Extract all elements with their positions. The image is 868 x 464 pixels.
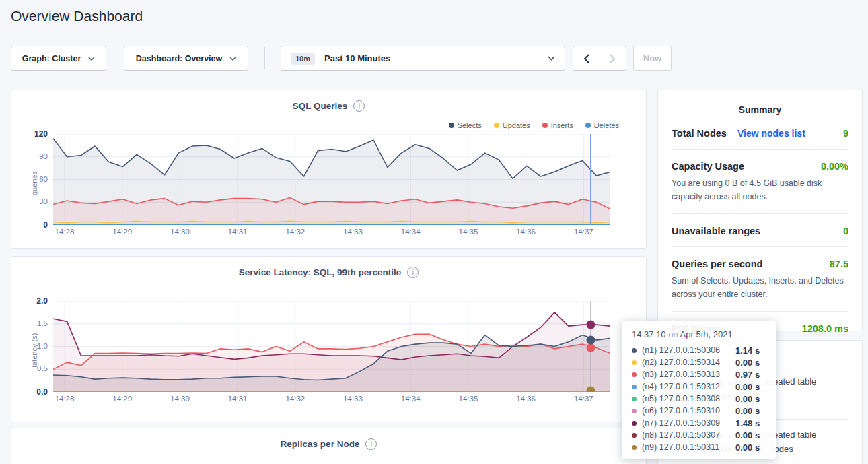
y-axis: 0306090120: [11, 134, 48, 225]
node-address: (n7) 127.0.0.1:50309: [642, 418, 730, 428]
chevron-right-icon: [610, 54, 616, 63]
legend-label: Inserts: [551, 121, 573, 129]
node-address: (n2) 127.0.0.1:50314: [642, 358, 730, 367]
time-prev-button[interactable]: [573, 46, 600, 70]
y-tick-label: 0.5: [11, 364, 48, 372]
y-tick-label: 60: [11, 175, 48, 183]
y-tick-label: 90: [11, 152, 48, 160]
info-icon[interactable]: i: [407, 267, 419, 278]
summary-panel: Summary Total Nodes View nodes list 9 Ca…: [657, 90, 863, 331]
summary-title: Summary: [658, 104, 862, 115]
chevron-down-icon: [229, 57, 236, 61]
x-tick-label: 14:30: [163, 395, 196, 403]
capacity-usage-label: Capacity Usage: [672, 161, 744, 172]
node-address: (n8) 127.0.0.1:50307: [642, 430, 730, 440]
y-tick-label: 120: [11, 129, 48, 139]
x-tick-label: 14:36: [509, 228, 543, 236]
chevron-down-icon: [548, 56, 555, 61]
node-color-dot-icon: [632, 421, 637, 426]
chevron-down-icon: [88, 57, 95, 61]
sql-queries-chart[interactable]: [53, 134, 610, 225]
legend-label: Selects: [458, 121, 482, 129]
y-tick-label: 1.0: [11, 342, 48, 350]
node-latency-value: 0.97 s: [735, 370, 760, 380]
info-icon[interactable]: i: [365, 438, 377, 450]
y-axis: 0.00.51.01.52.0: [11, 301, 48, 392]
y-tick-label: 2.0: [11, 296, 48, 306]
node-color-dot-icon: [632, 348, 637, 353]
y-tick-label: 0: [11, 220, 48, 230]
capacity-usage-value: 0.00%: [821, 161, 848, 172]
x-tick-label: 14:28: [48, 228, 81, 236]
graph-dropdown[interactable]: Graph: Cluster: [11, 46, 106, 71]
toolbar-divider: [264, 47, 265, 69]
node-address: (n6) 127.0.0.1:50310: [642, 406, 730, 416]
x-tick-label: 14:34: [394, 395, 427, 403]
tooltip-node-row: (n9) 127.0.0.1:503110.00 s: [632, 441, 776, 453]
node-color-dot-icon: [632, 360, 637, 365]
chart-legend: SelectsUpdatesInsertsDeletes: [449, 121, 619, 129]
tooltip-node-row: (n2) 127.0.0.1:503140.00 s: [632, 356, 776, 368]
node-address: (n3) 127.0.0.1:50313: [642, 370, 730, 379]
service-latency-chart[interactable]: [53, 301, 610, 392]
now-button[interactable]: Now: [633, 46, 672, 71]
time-range-badge: 10m: [291, 53, 315, 65]
node-address: (n5) 127.0.0.1:50308: [642, 394, 730, 403]
node-address: (n4) 127.0.0.1:50312: [642, 382, 730, 391]
node-address: (n1) 127.0.0.1:50306: [642, 345, 730, 355]
node-color-dot-icon: [632, 385, 637, 389]
time-range-dropdown[interactable]: 10m Past 10 Minutes: [281, 46, 565, 71]
y-tick-label: 1.5: [11, 319, 48, 327]
node-address: (n9) 127.0.0.1:50311: [642, 442, 730, 452]
queries-per-second-value: 87.5: [830, 259, 848, 269]
queries-per-second-description: Sum of Selects, Updates, Inserts, and De…: [658, 274, 862, 311]
x-tick-label: 14:37: [567, 228, 600, 236]
chart-title: Service Latency: SQL, 99th percentile: [239, 267, 402, 277]
view-nodes-list-link[interactable]: View nodes list: [737, 128, 805, 139]
replicas-per-node-card: Replicas per Node i: [11, 428, 647, 464]
unavailable-ranges-label: Unavailable ranges: [672, 226, 760, 236]
tooltip-timestamp: 14:37:10 on Apr 5th, 2021: [632, 329, 776, 339]
chart-hover-tooltip: 14:37:10 on Apr 5th, 2021 (n1) 127.0.0.1…: [622, 321, 776, 459]
tooltip-node-row: (n6) 127.0.0.1:503100.00 s: [632, 405, 776, 417]
tooltip-node-row: (n1) 127.0.0.1:503061.14 s: [632, 344, 776, 356]
legend-dot-icon: [542, 123, 548, 128]
x-tick-label: 14:34: [394, 228, 427, 236]
overview-dashboard-page: Overview Dashboard Graph: Cluster Dashbo…: [0, 0, 868, 464]
x-tick-label: 14:31: [221, 395, 254, 403]
node-latency-value: 1.14 s: [735, 345, 760, 356]
sql-queries-card: SQL Queries i SelectsUpdatesInsertsDelet…: [11, 90, 647, 249]
info-icon[interactable]: i: [353, 100, 365, 112]
total-nodes-value: 9: [843, 128, 848, 139]
tooltip-node-row: (n5) 127.0.0.1:503080.00 s: [632, 393, 776, 405]
x-tick-label: 14:33: [336, 228, 370, 236]
node-latency-value: 0.00 s: [735, 430, 760, 440]
tooltip-node-row: (n4) 127.0.0.1:503120.00 s: [632, 380, 776, 393]
x-tick-label: 14:29: [106, 228, 139, 236]
node-latency-value: 0.00 s: [735, 442, 760, 453]
x-axis: 14:2814:2914:3014:3114:3214:3314:3414:35…: [53, 395, 610, 405]
x-tick-label: 14:32: [279, 228, 312, 236]
x-tick-label: 14:37: [567, 395, 600, 403]
time-range-label: Past 10 Minutes: [324, 53, 538, 63]
x-tick-label: 14:30: [163, 228, 196, 236]
dashboard-dropdown[interactable]: Dashboard: Overview: [124, 46, 248, 71]
chart-title: Replicas per Node: [281, 439, 360, 449]
time-next-button[interactable]: [600, 46, 626, 70]
total-nodes-label: Total Nodes: [672, 128, 727, 139]
node-latency-value: 0.00 s: [735, 406, 760, 416]
tooltip-node-row: (n8) 127.0.0.1:503070.00 s: [632, 429, 776, 441]
node-latency-value: 0.00 s: [735, 394, 760, 404]
chart-title: SQL Queries: [293, 101, 348, 111]
chevron-left-icon: [583, 54, 589, 63]
tooltip-node-row: (n3) 127.0.0.1:503130.97 s: [632, 368, 776, 380]
node-color-dot-icon: [632, 372, 637, 377]
x-tick-label: 14:35: [451, 228, 485, 236]
node-color-dot-icon: [632, 445, 637, 450]
legend-dot-icon: [449, 123, 454, 128]
capacity-usage-description: You are using 0 B of 4.5 GiB usable disk…: [658, 176, 862, 213]
legend-item-updates: Updates: [494, 121, 530, 129]
x-tick-label: 14:31: [221, 228, 254, 236]
x-tick-label: 14:28: [48, 395, 81, 403]
legend-item-inserts: Inserts: [542, 121, 573, 129]
